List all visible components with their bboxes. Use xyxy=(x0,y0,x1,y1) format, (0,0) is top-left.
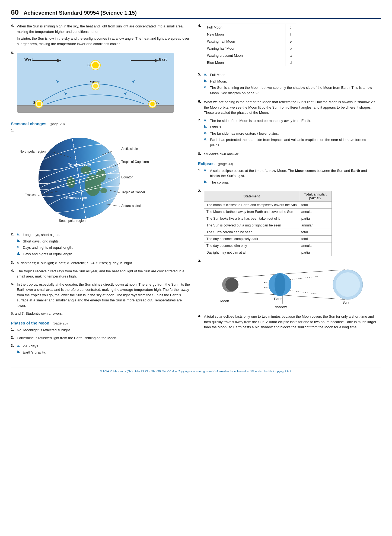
moon-table-row: Waxing half Moone xyxy=(204,38,296,45)
page: 60 Achievement Standard 90954 (Science 1… xyxy=(0,0,392,536)
q7-d: d. Earth has protected the near side fro… xyxy=(204,137,377,148)
q4-para2: In winter, the Sun is low in the sky and… xyxy=(17,36,190,46)
eclipse-table-row: Daylight may not dim at allpartial xyxy=(204,249,332,256)
svg-text:Antarctic circle: Antarctic circle xyxy=(121,204,142,208)
eclipse-type: total xyxy=(299,236,332,242)
svg-text:Sun: Sun xyxy=(342,300,349,304)
svg-point-47 xyxy=(225,278,238,291)
seasonal-heading-text: Seasonal changes xyxy=(11,121,46,126)
left-column: 4. When the Sun is shining high in the s… xyxy=(11,24,190,359)
right-q7-number: 7. xyxy=(198,118,204,122)
eclipse-diagram-container: Moon Earth Sun shadow xyxy=(204,259,367,311)
q7-a: a. The far side of the Moon is turned pe… xyxy=(204,118,377,124)
eclipse-statement: The day becomes dim only xyxy=(204,242,299,249)
svg-text:Temperate zone: Temperate zone xyxy=(64,196,87,199)
q3-b-label: b. xyxy=(17,350,23,355)
svg-point-5 xyxy=(92,62,99,68)
eclipse-statement: The Moon is furthest away from Earth and… xyxy=(204,209,299,215)
seasonal-q3-block: 3. a. darkness; b. sunlight; c. sets; d.… xyxy=(11,260,190,266)
moon-phase-name: Blue Moon xyxy=(204,59,285,66)
q5-a-text: Full Moon. xyxy=(210,72,377,78)
q5-c-text: The Sun is shining on the Moon, but we s… xyxy=(210,85,377,96)
moon-phase-letter: a xyxy=(285,52,296,59)
seasonal-q1-block: 1. xyxy=(11,128,190,229)
phases-q2-block: 2. Earthshine is reflected light from th… xyxy=(11,335,190,341)
eclipses-q1-answers: a. A solar eclipse occurs at the time of… xyxy=(204,168,377,186)
right-q8-number: 8. xyxy=(198,152,204,156)
q7-d-label: d. xyxy=(204,137,210,148)
eclipses-heading: Eclipses (page 30) xyxy=(198,161,377,166)
svg-text:Tropics: Tropics xyxy=(25,193,36,197)
eclipses-q4-block: 4. A total solar eclipse lasts only one … xyxy=(198,314,377,330)
q5-block: 5. West East Sunset Sunrise Summer Winte… xyxy=(11,51,190,117)
eclipse-col2-header: Total, annular, partial? xyxy=(299,191,332,202)
svg-point-3 xyxy=(37,102,41,106)
svg-text:South polar region: South polar region xyxy=(59,219,85,223)
eclipses-q1-b-text: The corona. xyxy=(210,180,377,185)
q2-c-text: Days and nights of equal length. xyxy=(23,245,73,250)
q7-b: b. Luna 3. xyxy=(204,124,377,130)
q3-b-text: Earth's gravity. xyxy=(23,350,46,355)
eclipses-q1-a-label: a. xyxy=(204,168,210,179)
q7-a-text: The far side of the Moon is turned perma… xyxy=(210,118,377,124)
svg-text:shadow: shadow xyxy=(275,305,287,309)
phases-q1-text: No. Moonlight is reflected sunlight. xyxy=(17,327,190,333)
svg-text:Moon: Moon xyxy=(220,299,229,303)
svg-text:Tropic of Capricorn: Tropic of Capricorn xyxy=(121,160,149,164)
right-q8-text: Student's own answer. xyxy=(204,152,377,157)
eclipses-q2-number: 2. xyxy=(198,189,204,193)
q7-c-label: c. xyxy=(204,131,210,136)
q2-d: d. Days and nights of equal length. xyxy=(17,251,73,257)
eclipse-statement: The moon is closest to Earth and complet… xyxy=(204,202,299,209)
q7-b-label: b. xyxy=(204,124,210,130)
eclipse-type: total xyxy=(299,229,332,236)
eclipse-statement: The Sun's corona can be seen xyxy=(204,229,299,236)
q2-a: a. Long days, short nights. xyxy=(17,232,73,238)
seasonal-q2-answers: a. Long days, short nights. b. Short day… xyxy=(17,232,73,258)
right-q5-block: 5. a. Full Moon. b. Half Moon. c. The Su… xyxy=(198,72,377,97)
eclipse-type: annular xyxy=(299,209,332,215)
eclipses-q1-block: 1. a. A solar eclipse occurs at the time… xyxy=(198,168,377,186)
right-q6-number: 6. xyxy=(198,99,204,103)
svg-text:Arctic circle: Arctic circle xyxy=(121,147,138,151)
right-column: 4. Full MooncNew MoonfWaxing half MooneW… xyxy=(198,24,377,359)
svg-text:Equator: Equator xyxy=(121,175,133,179)
moon-phase-name: Full Moon xyxy=(204,24,285,31)
right-q4-block: 4. Full MooncNew MoonfWaxing half MooneW… xyxy=(198,24,377,70)
sun-path-svg xyxy=(17,53,174,113)
page-header: 60 Achievement Standard 90954 (Science 1… xyxy=(11,8,381,19)
q4-para1: When the Sun is shining high in the sky,… xyxy=(17,24,190,34)
moon-table-row: Full Moonc xyxy=(204,24,296,31)
earth-diagram-svg: Arctic circle North polar region Tropic … xyxy=(17,128,158,229)
moon-table-row: New Moonf xyxy=(204,31,296,38)
eclipse-type: partial xyxy=(299,249,332,256)
svg-text:Tropic of Cancer: Tropic of Cancer xyxy=(121,190,145,194)
eclipse-statement: Daylight may not dim at all xyxy=(204,249,299,256)
svg-point-9 xyxy=(93,84,98,89)
phases-q1-block: 1. No. Moonlight is reflected sunlight. xyxy=(11,327,190,333)
q2-a-text: Long days, short nights. xyxy=(23,232,73,238)
q5-b-label: b. xyxy=(204,79,210,84)
seasonal-q2-number: 2. xyxy=(11,232,17,236)
q5-diagram-container: West East Sunset Sunrise Summer Winter xyxy=(17,51,174,117)
moon-table-row: Waxing crescent Moona xyxy=(204,52,296,59)
eclipse-statement: The Sun looks like a bite has been taken… xyxy=(204,215,299,222)
phases-heading-text: Phases of the Moon xyxy=(11,321,49,325)
page-title: Achievement Standard 90954 (Science 1.15… xyxy=(24,10,137,16)
moon-phase-name: Waning half Moon xyxy=(204,45,285,52)
earth-diagram-container: Arctic circle North polar region Tropic … xyxy=(17,128,158,229)
moon-phase-table: Full MooncNew MoonfWaxing half MooneWani… xyxy=(204,24,296,66)
svg-text:Earth: Earth xyxy=(274,297,282,301)
svg-text:Temperate zone: Temperate zone xyxy=(68,163,91,166)
svg-point-15 xyxy=(81,166,91,174)
q5-a-label: a. xyxy=(204,72,210,78)
eclipses-section: Eclipses (page 30) 1. a. A solar eclipse… xyxy=(198,161,377,330)
q2-a-label: a. xyxy=(17,232,23,238)
seasonal-q4-number: 4. xyxy=(11,269,17,273)
eclipse-type: annular xyxy=(299,242,332,249)
seasonal-q3-number: 3. xyxy=(11,260,17,264)
svg-text:North polar region: North polar region xyxy=(20,150,46,153)
q4-block: 4. When the Sun is shining high in the s… xyxy=(11,24,190,48)
right-q6-text: What we are seeing is the part of the Mo… xyxy=(204,99,377,115)
right-q7-answers: a. The far side of the Moon is turned pe… xyxy=(204,118,377,149)
